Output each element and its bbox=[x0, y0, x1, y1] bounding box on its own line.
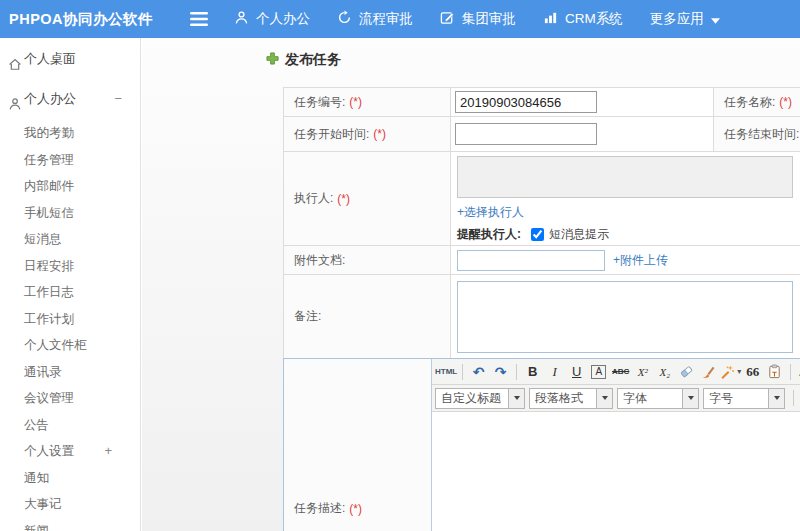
nav-item-more-apps[interactable]: 更多应用 bbox=[650, 10, 720, 28]
sidebar-item-personal-settings[interactable]: 个人设置+ bbox=[0, 438, 140, 465]
user-icon bbox=[8, 92, 22, 122]
attachment-label: 附件文档: bbox=[284, 246, 451, 274]
sidebar-item-label: 任务管理 bbox=[24, 153, 74, 167]
sidebar-item-label: 手机短信 bbox=[24, 206, 74, 220]
nav-item-personal-office[interactable]: 个人办公 bbox=[234, 10, 310, 28]
sidebar-item-news[interactable]: 新闻 bbox=[0, 518, 140, 531]
remark-label: 备注: bbox=[284, 275, 451, 358]
form-row-task-number: 任务编号:(*) 任务名称:(*) bbox=[283, 87, 800, 116]
start-time-label: 任务开始时间:(*) bbox=[284, 117, 451, 151]
superscript-button[interactable]: X² bbox=[632, 362, 653, 382]
start-time-input[interactable] bbox=[455, 123, 597, 145]
paste-from-word-icon[interactable] bbox=[764, 362, 785, 382]
sidebar-item-label: 我的考勤 bbox=[24, 126, 74, 140]
end-time-label: 任务结束时间:(*) bbox=[714, 117, 800, 151]
nav-label: 更多应用 bbox=[650, 10, 704, 28]
strikethrough-button[interactable]: ABC bbox=[610, 362, 631, 382]
nav-item-group-approval[interactable]: 集团审批 bbox=[440, 10, 516, 28]
required-mark: (*) bbox=[779, 95, 792, 109]
sms-remind-checkbox[interactable] bbox=[531, 228, 544, 241]
nav-label: 个人办公 bbox=[256, 10, 310, 28]
sidebar-item-label: 个人文件柜 bbox=[24, 338, 87, 352]
sidebar-item-task-management[interactable]: 任务管理 bbox=[0, 147, 140, 174]
task-number-label: 任务编号:(*) bbox=[284, 88, 451, 116]
toolbar-separator bbox=[793, 390, 794, 406]
page-title: 发布任务 bbox=[266, 51, 341, 69]
source-code-button[interactable]: HTML bbox=[435, 362, 457, 382]
required-mark: (*) bbox=[349, 502, 362, 516]
sidebar-item-label: 个人桌面 bbox=[24, 51, 76, 66]
sidebar-item-contacts[interactable]: 通讯录 bbox=[0, 359, 140, 386]
sidebar-item-meeting-management[interactable]: 会议管理 bbox=[0, 385, 140, 412]
top-header-bar: PHPOA协同办公软件 个人办公 bbox=[0, 0, 800, 38]
choose-executor-link[interactable]: +选择执行人 bbox=[457, 204, 524, 221]
sidebar-item-schedule[interactable]: 日程安排 bbox=[0, 253, 140, 280]
bold-button[interactable]: B bbox=[522, 362, 543, 382]
toolbar-separator bbox=[462, 364, 463, 380]
font-color-button[interactable]: A ▾ bbox=[796, 362, 800, 382]
sidebar-item-work-log[interactable]: 工作日志 bbox=[0, 279, 140, 306]
italic-button[interactable]: I bbox=[544, 362, 565, 382]
autotypeset-wand-icon[interactable]: ▾ bbox=[720, 362, 741, 382]
editor-content-area[interactable] bbox=[432, 412, 800, 531]
sidebar-item-label: 通讯录 bbox=[24, 365, 62, 379]
attachment-upload-link[interactable]: +附件上传 bbox=[613, 252, 668, 269]
sidebar-item-internal-mail[interactable]: 内部邮件 bbox=[0, 173, 140, 200]
nav-item-crm[interactable]: CRM系统 bbox=[543, 10, 623, 28]
sidebar-item-label: 新闻 bbox=[24, 524, 49, 531]
subscript-button[interactable]: X₂ bbox=[654, 362, 675, 382]
caret-down-icon bbox=[711, 12, 720, 27]
remind-executor-label: 提醒执行人: bbox=[457, 226, 521, 243]
sidebar-item-file-cabinet[interactable]: 个人文件柜 bbox=[0, 332, 140, 359]
redo-icon[interactable]: ↷ bbox=[490, 362, 511, 382]
edit-icon bbox=[440, 10, 455, 28]
sidebar-item-label: 日程安排 bbox=[24, 259, 74, 273]
font-family-dropdown[interactable]: 字体 bbox=[617, 388, 699, 409]
task-number-input[interactable] bbox=[455, 91, 597, 113]
sidebar-item-label: 内部邮件 bbox=[24, 179, 74, 193]
caret-down-icon bbox=[508, 389, 524, 408]
paragraph-format-dropdown[interactable]: 段落格式 bbox=[529, 388, 613, 409]
attachment-input[interactable] bbox=[457, 250, 605, 271]
form-row-attachment: 附件文档: +附件上传 bbox=[283, 245, 800, 274]
executor-textarea[interactable] bbox=[457, 156, 793, 198]
remark-textarea[interactable] bbox=[457, 281, 793, 353]
font-size-dropdown[interactable]: 字号 bbox=[703, 388, 785, 409]
font-name-button[interactable]: A bbox=[588, 362, 609, 382]
expand-plus-icon[interactable]: + bbox=[104, 438, 112, 465]
sidebar-item-short-message[interactable]: 短消息 bbox=[0, 226, 140, 253]
required-mark: (*) bbox=[349, 95, 362, 109]
sidebar-item-label: 大事记 bbox=[24, 497, 62, 511]
nav-label: CRM系统 bbox=[565, 10, 623, 28]
rich-text-editor: HTML ↶ ↷ B I U A ABC X² X₂ bbox=[432, 359, 800, 531]
executor-label: 执行人:(*) bbox=[284, 152, 451, 245]
form-row-remark: 备注: bbox=[283, 274, 800, 358]
hamburger-menu-icon[interactable] bbox=[189, 12, 209, 26]
plus-icon bbox=[266, 52, 279, 68]
nav-item-process-approval[interactable]: 流程审批 bbox=[337, 10, 413, 28]
sidebar-item-personal-desktop[interactable]: 个人桌面 bbox=[0, 44, 140, 74]
sidebar-item-label: 工作日志 bbox=[24, 285, 74, 299]
page-title-text: 发布任务 bbox=[285, 51, 341, 69]
sidebar-item-label: 通知 bbox=[24, 471, 49, 485]
sidebar: 个人桌面 个人办公 − 我的考勤 任务管理 内部邮件 手机短信 短消息 日程安排… bbox=[0, 38, 141, 531]
sms-remind-label: 短消息提示 bbox=[549, 226, 609, 243]
format-brush-icon[interactable] bbox=[698, 362, 719, 382]
sidebar-item-personal-office[interactable]: 个人办公 − bbox=[0, 84, 140, 114]
sidebar-item-memorabilia[interactable]: 大事记 bbox=[0, 491, 140, 518]
eraser-icon[interactable] bbox=[676, 362, 697, 382]
custom-title-dropdown[interactable]: 自定义标题 bbox=[435, 388, 525, 409]
undo-icon[interactable]: ↶ bbox=[468, 362, 489, 382]
process-icon bbox=[337, 10, 352, 28]
sidebar-item-attendance[interactable]: 我的考勤 bbox=[0, 120, 140, 147]
nav-label: 流程审批 bbox=[359, 10, 413, 28]
sidebar-item-announcement[interactable]: 公告 bbox=[0, 412, 140, 439]
sidebar-item-mobile-sms[interactable]: 手机短信 bbox=[0, 200, 140, 227]
sidebar-item-work-plan[interactable]: 工作计划 bbox=[0, 306, 140, 333]
caret-down-icon bbox=[768, 389, 784, 408]
collapse-minus-icon[interactable]: − bbox=[114, 84, 122, 114]
underline-button[interactable]: U bbox=[566, 362, 587, 382]
blockquote-button[interactable]: 66 bbox=[742, 362, 763, 382]
sidebar-item-notice[interactable]: 通知 bbox=[0, 465, 140, 492]
caret-down-icon: ▾ bbox=[737, 367, 741, 376]
